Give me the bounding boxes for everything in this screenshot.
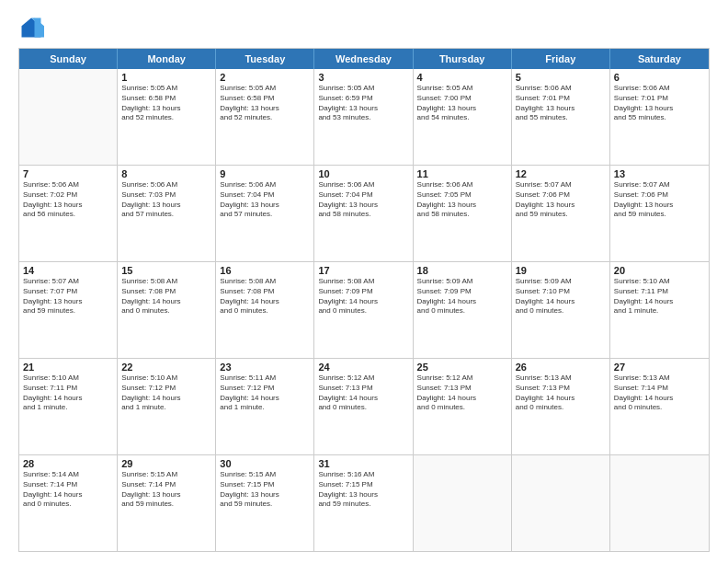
- calendar-cell: 6Sunrise: 5:06 AMSunset: 7:01 PMDaylight…: [610, 69, 709, 165]
- calendar-cell: [414, 455, 512, 551]
- calendar-row: 21Sunrise: 5:10 AMSunset: 7:11 PMDayligh…: [19, 359, 709, 455]
- calendar-header-cell: Tuesday: [216, 49, 314, 69]
- day-number: 22: [121, 362, 211, 373]
- cell-info: Sunrise: 5:06 AMSunset: 7:01 PMDaylight:…: [614, 84, 705, 123]
- cell-info: Sunrise: 5:07 AMSunset: 7:07 PMDaylight:…: [23, 277, 113, 316]
- calendar-cell: [610, 455, 709, 551]
- day-number: 4: [417, 72, 507, 83]
- day-number: 6: [614, 72, 705, 83]
- cell-info: Sunrise: 5:10 AMSunset: 7:11 PMDaylight:…: [614, 277, 705, 316]
- cell-info: Sunrise: 5:08 AMSunset: 7:08 PMDaylight:…: [121, 277, 211, 316]
- cell-info: Sunrise: 5:06 AMSunset: 7:03 PMDaylight:…: [121, 180, 211, 220]
- cell-info: Sunrise: 5:06 AMSunset: 7:04 PMDaylight:…: [318, 180, 408, 220]
- calendar-cell: 22Sunrise: 5:10 AMSunset: 7:12 PMDayligh…: [118, 359, 216, 454]
- cell-info: Sunrise: 5:05 AMSunset: 7:00 PMDaylight:…: [417, 84, 507, 123]
- calendar-body: 1Sunrise: 5:05 AMSunset: 6:58 PMDaylight…: [19, 69, 709, 551]
- cell-info: Sunrise: 5:08 AMSunset: 7:09 PMDaylight:…: [318, 277, 408, 316]
- day-number: 14: [23, 265, 113, 276]
- day-number: 31: [318, 458, 408, 469]
- calendar-cell: 23Sunrise: 5:11 AMSunset: 7:12 PMDayligh…: [216, 359, 314, 454]
- day-number: 26: [516, 362, 606, 373]
- day-number: 9: [220, 168, 310, 179]
- calendar: SundayMondayTuesdayWednesdayThursdayFrid…: [18, 48, 710, 552]
- calendar-cell: 24Sunrise: 5:12 AMSunset: 7:13 PMDayligh…: [314, 359, 413, 454]
- day-number: 13: [614, 168, 705, 179]
- calendar-cell: 10Sunrise: 5:06 AMSunset: 7:04 PMDayligh…: [314, 166, 413, 261]
- day-number: 11: [417, 168, 507, 179]
- calendar-cell: 12Sunrise: 5:07 AMSunset: 7:06 PMDayligh…: [512, 166, 610, 261]
- calendar-cell: 1Sunrise: 5:05 AMSunset: 6:58 PMDaylight…: [118, 69, 216, 165]
- day-number: 2: [220, 72, 310, 83]
- calendar-cell: 31Sunrise: 5:16 AMSunset: 7:15 PMDayligh…: [314, 455, 413, 551]
- cell-info: Sunrise: 5:08 AMSunset: 7:08 PMDaylight:…: [220, 277, 310, 316]
- calendar-cell: 5Sunrise: 5:06 AMSunset: 7:01 PMDaylight…: [512, 69, 610, 165]
- calendar-cell: 7Sunrise: 5:06 AMSunset: 7:02 PMDaylight…: [19, 166, 118, 261]
- calendar-header-row: SundayMondayTuesdayWednesdayThursdayFrid…: [19, 49, 709, 69]
- cell-info: Sunrise: 5:12 AMSunset: 7:13 PMDaylight:…: [318, 373, 408, 413]
- day-number: 5: [516, 72, 606, 83]
- logo: [18, 15, 48, 40]
- day-number: 1: [121, 72, 211, 83]
- calendar-cell: 16Sunrise: 5:08 AMSunset: 7:08 PMDayligh…: [216, 262, 314, 358]
- cell-info: Sunrise: 5:07 AMSunset: 7:06 PMDaylight:…: [614, 180, 705, 220]
- day-number: 12: [516, 168, 606, 179]
- day-number: 24: [318, 362, 408, 373]
- page: SundayMondayTuesdayWednesdayThursdayFrid…: [0, 0, 728, 563]
- calendar-header-cell: Saturday: [610, 49, 709, 69]
- calendar-header-cell: Wednesday: [314, 49, 413, 69]
- calendar-row: 7Sunrise: 5:06 AMSunset: 7:02 PMDaylight…: [19, 166, 709, 262]
- calendar-cell: 26Sunrise: 5:13 AMSunset: 7:13 PMDayligh…: [512, 359, 610, 454]
- calendar-cell: 17Sunrise: 5:08 AMSunset: 7:09 PMDayligh…: [314, 262, 413, 358]
- day-number: 8: [121, 168, 211, 179]
- cell-info: Sunrise: 5:11 AMSunset: 7:12 PMDaylight:…: [220, 373, 310, 413]
- cell-info: Sunrise: 5:05 AMSunset: 6:58 PMDaylight:…: [220, 84, 310, 123]
- cell-info: Sunrise: 5:06 AMSunset: 7:04 PMDaylight:…: [220, 180, 310, 220]
- cell-info: Sunrise: 5:13 AMSunset: 7:14 PMDaylight:…: [614, 373, 705, 413]
- calendar-cell: 9Sunrise: 5:06 AMSunset: 7:04 PMDaylight…: [216, 166, 314, 261]
- calendar-cell: 19Sunrise: 5:09 AMSunset: 7:10 PMDayligh…: [512, 262, 610, 358]
- calendar-cell: 8Sunrise: 5:06 AMSunset: 7:03 PMDaylight…: [118, 166, 216, 261]
- day-number: 21: [23, 362, 113, 373]
- day-number: 7: [23, 168, 113, 179]
- calendar-cell: 14Sunrise: 5:07 AMSunset: 7:07 PMDayligh…: [19, 262, 118, 358]
- calendar-cell: 13Sunrise: 5:07 AMSunset: 7:06 PMDayligh…: [610, 166, 709, 261]
- day-number: 29: [121, 458, 211, 469]
- calendar-cell: [512, 455, 610, 551]
- calendar-cell: 2Sunrise: 5:05 AMSunset: 6:58 PMDaylight…: [216, 69, 314, 165]
- day-number: 20: [614, 265, 705, 276]
- cell-info: Sunrise: 5:06 AMSunset: 7:05 PMDaylight:…: [417, 180, 507, 220]
- logo-icon: [18, 15, 44, 40]
- day-number: 16: [220, 265, 310, 276]
- cell-info: Sunrise: 5:10 AMSunset: 7:12 PMDaylight:…: [121, 373, 211, 413]
- cell-info: Sunrise: 5:07 AMSunset: 7:06 PMDaylight:…: [516, 180, 606, 220]
- header: [18, 15, 710, 40]
- calendar-cell: 29Sunrise: 5:15 AMSunset: 7:14 PMDayligh…: [118, 455, 216, 551]
- calendar-row: 1Sunrise: 5:05 AMSunset: 6:58 PMDaylight…: [19, 69, 709, 166]
- calendar-cell: 28Sunrise: 5:14 AMSunset: 7:14 PMDayligh…: [19, 455, 118, 551]
- calendar-cell: 18Sunrise: 5:09 AMSunset: 7:09 PMDayligh…: [414, 262, 512, 358]
- cell-info: Sunrise: 5:14 AMSunset: 7:14 PMDaylight:…: [23, 470, 113, 510]
- day-number: 10: [318, 168, 408, 179]
- calendar-cell: 20Sunrise: 5:10 AMSunset: 7:11 PMDayligh…: [610, 262, 709, 358]
- calendar-cell: 30Sunrise: 5:15 AMSunset: 7:15 PMDayligh…: [216, 455, 314, 551]
- cell-info: Sunrise: 5:09 AMSunset: 7:09 PMDaylight:…: [417, 277, 507, 316]
- calendar-header-cell: Monday: [118, 49, 216, 69]
- day-number: 15: [121, 265, 211, 276]
- day-number: 28: [23, 458, 113, 469]
- day-number: 30: [220, 458, 310, 469]
- cell-info: Sunrise: 5:12 AMSunset: 7:13 PMDaylight:…: [417, 373, 507, 413]
- day-number: 17: [318, 265, 408, 276]
- cell-info: Sunrise: 5:05 AMSunset: 6:59 PMDaylight:…: [318, 84, 408, 123]
- day-number: 27: [614, 362, 705, 373]
- cell-info: Sunrise: 5:10 AMSunset: 7:11 PMDaylight:…: [23, 373, 113, 413]
- cell-info: Sunrise: 5:05 AMSunset: 6:58 PMDaylight:…: [121, 84, 211, 123]
- calendar-header-cell: Sunday: [19, 49, 118, 69]
- calendar-cell: 21Sunrise: 5:10 AMSunset: 7:11 PMDayligh…: [19, 359, 118, 454]
- cell-info: Sunrise: 5:13 AMSunset: 7:13 PMDaylight:…: [516, 373, 606, 413]
- cell-info: Sunrise: 5:06 AMSunset: 7:02 PMDaylight:…: [23, 180, 113, 220]
- day-number: 23: [220, 362, 310, 373]
- calendar-cell: [19, 69, 118, 165]
- cell-info: Sunrise: 5:09 AMSunset: 7:10 PMDaylight:…: [516, 277, 606, 316]
- cell-info: Sunrise: 5:15 AMSunset: 7:15 PMDaylight:…: [220, 470, 310, 510]
- cell-info: Sunrise: 5:06 AMSunset: 7:01 PMDaylight:…: [516, 84, 606, 123]
